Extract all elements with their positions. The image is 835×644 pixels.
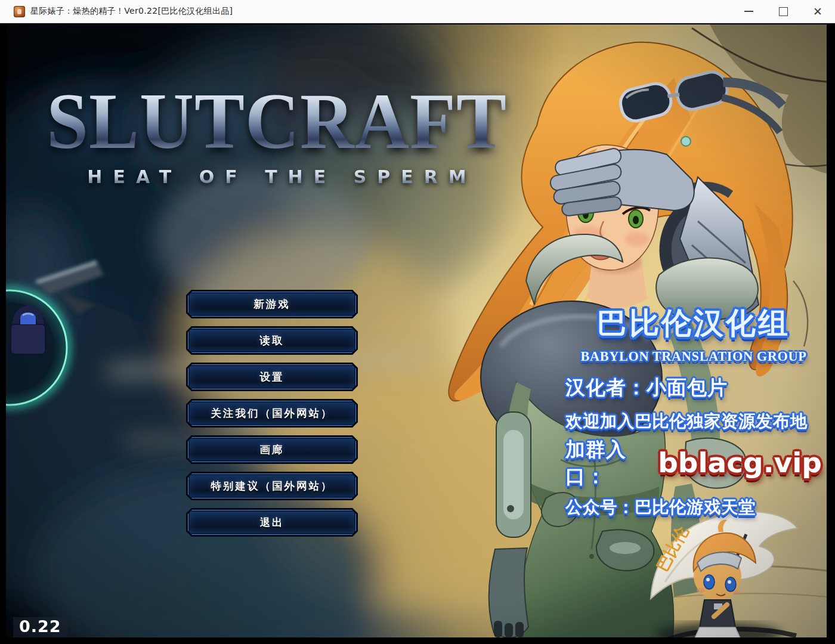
window-title: 星际婊子：燥热的精子！Ver0.22[巴比伦汉化组出品] [30,6,233,17]
close-button[interactable]: ✕ [800,0,835,23]
menu-button-label: 读取 [260,333,284,348]
menu-button-label: 关注我们（国外网站） [211,406,333,420]
game-frame: 巴比伦 [0,23,835,644]
app-icon [14,6,25,17]
menu-button-follow-us[interactable]: 关注我们（国外网站） [186,399,358,428]
close-icon: ✕ [813,6,822,17]
menu-button-label: 画廊 [260,442,284,457]
background-art: 巴比伦 [6,24,827,637]
version-label: 0.22 [13,617,67,637]
window-titlebar: 星际婊子：燥热的精子！Ver0.22[巴比伦汉化组出品] ✕ [0,0,835,23]
menu-button-gallery[interactable]: 画廊 [186,435,358,464]
maximize-icon [779,7,788,16]
maximize-button[interactable] [766,0,800,23]
menu-button-load[interactable]: 读取 [186,326,358,355]
menu-button-special-advice[interactable]: 特别建议（国外网站） [186,472,358,500]
menu-button-new-game[interactable]: 新游戏 [186,290,358,318]
main-menu: 新游戏 读取 设置 关注我们（国外网站） 画廊 特别建议（国外网站） 退出 [186,290,358,537]
menu-button-settings[interactable]: 设置 [186,363,358,391]
menu-button-label: 新游戏 [253,297,290,311]
menu-button-label: 退出 [260,515,284,530]
window-controls: ✕ [731,0,835,23]
menu-button-label: 设置 [260,370,284,384]
minimize-button[interactable] [731,0,766,23]
minimize-icon [744,11,753,12]
game-viewport: 巴比伦 [6,24,827,637]
menu-button-label: 特别建议（国外网站） [211,479,333,493]
app-window: 星际婊子：燥热的精子！Ver0.22[巴比伦汉化组出品] ✕ [0,0,835,644]
menu-button-quit[interactable]: 退出 [186,508,358,537]
